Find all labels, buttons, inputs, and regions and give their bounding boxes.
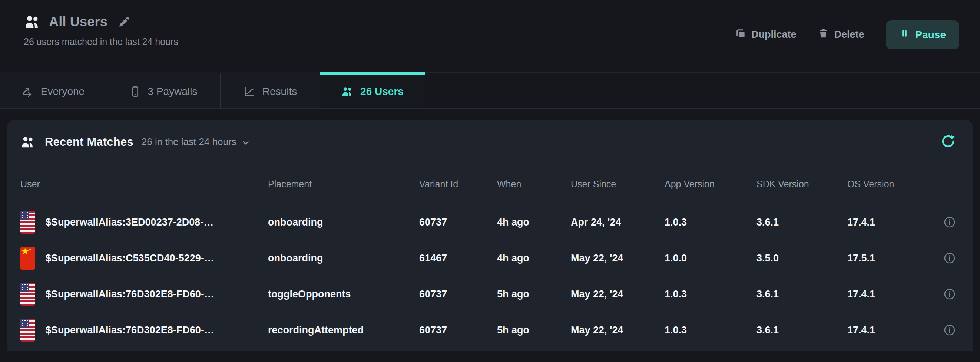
table-row[interactable]: $SuperwallAlias:76D302E8-FD60-… toggleOp…	[7, 276, 973, 312]
phone-icon	[129, 86, 141, 97]
tab-bar-filler	[425, 72, 980, 108]
time-range-dropdown[interactable]: 26 in the last 24 hours	[142, 136, 251, 148]
split-arrows-icon	[22, 85, 34, 98]
tab-everyone[interactable]: Everyone	[0, 72, 107, 108]
cell-sdk-version: 3.5.0	[757, 253, 847, 264]
column-header: OS Version	[847, 179, 927, 190]
time-range-label: 26 in the last 24 hours	[142, 136, 237, 148]
pause-icon	[899, 28, 910, 41]
cell-user-since: May 22, '24	[571, 253, 665, 264]
user-alias: $SuperwallAlias:C535CD40-5229-…	[46, 253, 214, 264]
table-row[interactable]: $SuperwallAlias:3ED00237-2D08-… onboardi…	[7, 204, 973, 240]
column-header: SDK Version	[757, 179, 847, 190]
page-title: All Users	[49, 14, 108, 30]
user-alias: $SuperwallAlias:76D302E8-FD60-…	[46, 289, 214, 300]
refresh-button[interactable]	[940, 133, 956, 151]
cell-variant-id: 60737	[419, 325, 497, 336]
cell-os-version: 17.5.1	[847, 253, 927, 264]
cell-placement: toggleOpponents	[268, 289, 419, 300]
cell-app-version: 1.0.0	[665, 253, 757, 264]
tab-label: Results	[262, 86, 297, 97]
cell-when: 4h ago	[497, 253, 571, 264]
trash-icon	[818, 28, 829, 41]
table-body: $SuperwallAlias:3ED00237-2D08-… onboardi…	[7, 204, 973, 351]
table-header-row: User Placement Variant Id When User Sinc…	[7, 164, 973, 204]
tab-users[interactable]: 26 Users	[320, 72, 425, 108]
table-row[interactable]: $SuperwallAlias:76D302E8-FD60-… recordin…	[7, 312, 973, 348]
cell-placement: recordingAttempted	[268, 325, 419, 336]
duplicate-icon	[735, 28, 746, 41]
header-actions: Duplicate Delete Pause	[735, 0, 980, 72]
refresh-icon	[940, 133, 956, 151]
cell-placement: onboarding	[268, 217, 419, 228]
cell-os-version: 17.4.1	[847, 217, 927, 228]
tab-label: 26 Users	[360, 86, 404, 97]
cell-user-since: Apr 24, '24	[571, 217, 665, 228]
panel-header: Recent Matches 26 in the last 24 hours	[7, 120, 973, 164]
duplicate-button[interactable]: Duplicate	[735, 28, 797, 41]
info-icon[interactable]	[943, 216, 956, 228]
pencil-icon[interactable]	[118, 16, 130, 28]
recent-matches-panel: Recent Matches 26 in the last 24 hours	[7, 120, 973, 351]
column-header: Placement	[268, 179, 419, 190]
panel-title: Recent Matches	[45, 136, 134, 149]
tab-results[interactable]: Results	[221, 72, 320, 108]
delete-label: Delete	[834, 29, 864, 40]
cell-variant-id: 61467	[419, 253, 497, 264]
cell-user-since: May 22, '24	[571, 289, 665, 300]
users-icon	[341, 85, 353, 98]
pause-label: Pause	[915, 29, 946, 41]
cell-app-version: 1.0.3	[665, 289, 757, 300]
header-subtitle: 26 users matched in the last 24 hours	[24, 36, 178, 47]
page: All Users 26 users matched in the last 2…	[0, 0, 980, 362]
info-icon[interactable]	[943, 252, 956, 265]
flag-icon	[21, 211, 35, 234]
table-row[interactable]: $SuperwallAlias:C535CD40-5229-… onboardi…	[7, 240, 973, 276]
user-alias: $SuperwallAlias:76D302E8-FD60-…	[46, 325, 214, 336]
column-header: App Version	[665, 179, 757, 190]
users-icon	[21, 135, 35, 150]
user-alias: $SuperwallAlias:3ED00237-2D08-…	[46, 217, 213, 228]
cell-placement: onboarding	[268, 253, 419, 264]
column-header: User	[21, 179, 268, 190]
cell-when: 4h ago	[497, 217, 571, 228]
users-icon	[24, 13, 41, 30]
cell-sdk-version: 3.6.1	[757, 217, 847, 228]
cell-variant-id: 60737	[419, 217, 497, 228]
column-header: Variant Id	[419, 179, 497, 190]
line-chart-icon	[243, 85, 256, 98]
header-left: All Users 26 users matched in the last 2…	[0, 0, 178, 72]
cell-variant-id: 60737	[419, 289, 497, 300]
cell-user-since: May 22, '24	[571, 325, 665, 336]
column-header: When	[497, 179, 571, 190]
tab-bar: Everyone 3 Paywalls Results	[0, 72, 980, 108]
cell-app-version: 1.0.3	[665, 325, 757, 336]
info-icon[interactable]	[943, 324, 956, 336]
info-icon[interactable]	[943, 288, 956, 300]
tab-label: 3 Paywalls	[148, 86, 197, 97]
tab-paywalls[interactable]: 3 Paywalls	[107, 72, 221, 108]
cell-os-version: 17.4.1	[847, 289, 927, 300]
tab-label: Everyone	[41, 86, 84, 97]
cell-sdk-version: 3.6.1	[757, 289, 847, 300]
pause-button[interactable]: Pause	[886, 21, 959, 49]
duplicate-label: Duplicate	[751, 29, 797, 40]
delete-button[interactable]: Delete	[818, 28, 864, 41]
column-header: User Since	[571, 179, 665, 190]
table-row[interactable]: $SuperwallAlias:76D302E8-FD60-…	[7, 348, 973, 351]
flag-icon	[21, 247, 35, 270]
header: All Users 26 users matched in the last 2…	[0, 0, 980, 72]
cell-os-version: 17.4.1	[847, 325, 927, 336]
flag-icon	[21, 282, 35, 306]
cell-sdk-version: 3.6.1	[757, 325, 847, 336]
flag-icon	[21, 319, 35, 341]
chevron-down-icon	[241, 138, 251, 148]
cell-app-version: 1.0.3	[665, 217, 757, 228]
cell-when: 5h ago	[497, 325, 571, 336]
cell-when: 5h ago	[497, 289, 571, 300]
